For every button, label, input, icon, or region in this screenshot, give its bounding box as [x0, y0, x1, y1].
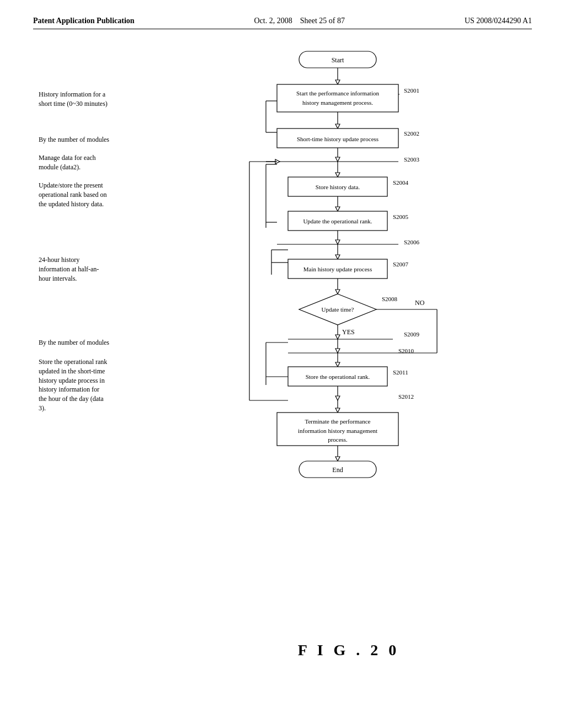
svg-rect-3	[277, 84, 398, 112]
s2004-id: S2004	[393, 179, 409, 186]
header-sheet: Sheet 25 of 87	[300, 17, 345, 25]
svg-marker-27	[335, 335, 340, 339]
terminate-label3: process.	[328, 436, 348, 443]
s2012-id: S2012	[398, 393, 414, 400]
header-publication-label: Patent Application Publication	[33, 17, 135, 25]
svg-marker-21	[335, 255, 340, 259]
s2003-id: S2003	[404, 156, 420, 163]
yes-label: YES	[342, 328, 355, 336]
flowchart-area: History information for ashort time (0~3…	[33, 46, 532, 659]
header-date-sheet: Oct. 2, 2008 Sheet 25 of 87	[254, 17, 344, 25]
svg-marker-2	[335, 80, 340, 84]
s2002-label: Short-time history update process	[297, 136, 379, 142]
svg-marker-39	[335, 396, 340, 400]
page-header: Patent Application Publication Oct. 2, 2…	[33, 17, 532, 29]
s2004-label: Store history data.	[316, 184, 360, 190]
s2009-id: S2009	[404, 331, 420, 338]
svg-marker-30	[335, 349, 340, 353]
no-label: NO	[415, 299, 425, 307]
annotation-1: History information for ashort time (0~3…	[39, 90, 108, 109]
start-label: Start	[332, 56, 344, 64]
s2007-id: S2007	[393, 261, 409, 267]
svg-marker-15	[335, 207, 340, 211]
figure-caption: F I G . 2 0	[298, 641, 400, 659]
svg-marker-6	[335, 124, 340, 129]
svg-marker-45	[335, 408, 340, 413]
s2001-id: S2001	[404, 87, 419, 94]
flowchart-svg: text { font-family: 'Times New Roman', T…	[205, 46, 492, 625]
s2002-id: S2002	[404, 130, 419, 137]
annotation-4: Update/store the presentoperational rank…	[39, 181, 107, 208]
s2008-id: S2008	[382, 296, 398, 302]
s2005-label: Update the operational rank.	[303, 218, 372, 224]
svg-marker-18	[335, 240, 340, 244]
svg-marker-48	[335, 457, 340, 461]
annotation-6: By the number of modules	[39, 338, 109, 347]
annotation-2: By the number of modules	[39, 135, 109, 144]
annotation-3: Manage data for eachmodule (data2).	[39, 153, 96, 172]
s2011-label: Store the operational rank.	[306, 373, 370, 380]
annotation-5: 24-hour historyinformation at half-an-ho…	[39, 255, 99, 283]
terminate-label2: information history management	[298, 427, 377, 434]
s2008-label: Update time?	[322, 306, 354, 313]
page: Patent Application Publication Oct. 2, 2…	[0, 0, 565, 728]
svg-marker-36	[335, 362, 340, 367]
s2011-id: S2011	[393, 369, 408, 376]
terminate-label1: Terminate the performance	[305, 418, 371, 425]
s2001-label2: history management process.	[302, 99, 373, 106]
svg-marker-9	[335, 157, 340, 162]
s2001-label: Start the performance information	[296, 90, 379, 97]
flowchart-diagram: text { font-family: 'Times New Roman', T…	[166, 46, 532, 659]
s2007-label: Main history update process	[303, 266, 372, 272]
svg-marker-24	[335, 290, 340, 294]
left-annotations: History information for ashort time (0~3…	[33, 46, 166, 659]
annotation-7: Store the operational rankupdated in the…	[39, 357, 107, 413]
s2005-id: S2005	[393, 213, 409, 220]
s2006-id: S2006	[404, 239, 420, 245]
header-date: Oct. 2, 2008	[254, 17, 300, 25]
end-label: End	[332, 466, 343, 474]
header-patent-number: US 2008/0244290 A1	[465, 17, 532, 25]
svg-marker-12	[335, 173, 340, 177]
